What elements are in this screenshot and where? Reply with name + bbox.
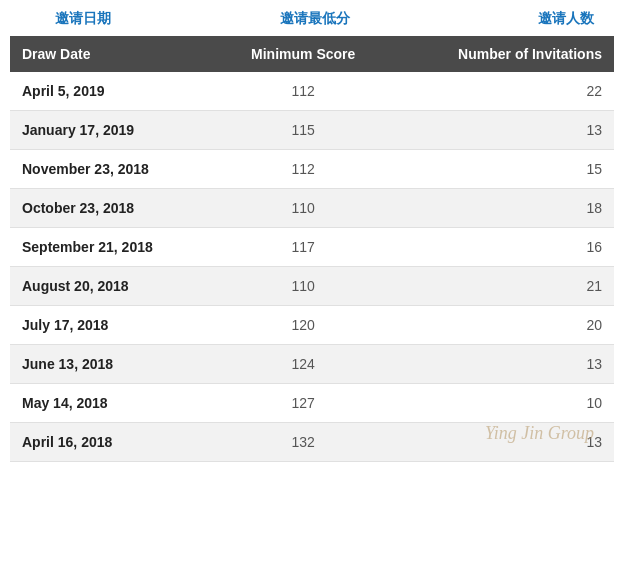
cell-num-invitations: 15	[389, 150, 614, 189]
chinese-date-header: 邀请日期	[0, 10, 210, 28]
cell-draw-date: May 14, 2018	[10, 384, 217, 423]
cell-min-score: 115	[217, 111, 389, 150]
cell-min-score: 110	[217, 189, 389, 228]
chinese-header: 邀请日期 邀请最低分 邀请人数	[0, 0, 624, 36]
cell-min-score: 124	[217, 345, 389, 384]
table-row: May 14, 201812710	[10, 384, 614, 423]
cell-num-invitations: 18	[389, 189, 614, 228]
cell-draw-date: November 23, 2018	[10, 150, 217, 189]
cell-min-score: 112	[217, 72, 389, 111]
cell-num-invitations: 21	[389, 267, 614, 306]
cell-min-score: 120	[217, 306, 389, 345]
cell-num-invitations: 13	[389, 111, 614, 150]
table-header-row: Draw Date Minimum Score Number of Invita…	[10, 36, 614, 72]
cell-num-invitations: 13	[389, 423, 614, 462]
cell-num-invitations: 13	[389, 345, 614, 384]
table-body: April 5, 201911222January 17, 201911513N…	[10, 72, 614, 462]
cell-draw-date: September 21, 2018	[10, 228, 217, 267]
table-row: April 16, 201813213	[10, 423, 614, 462]
cell-min-score: 110	[217, 267, 389, 306]
cell-draw-date: October 23, 2018	[10, 189, 217, 228]
cell-draw-date: July 17, 2018	[10, 306, 217, 345]
cell-min-score: 132	[217, 423, 389, 462]
cell-min-score: 117	[217, 228, 389, 267]
table-row: July 17, 201812020	[10, 306, 614, 345]
data-table-container: Draw Date Minimum Score Number of Invita…	[10, 36, 614, 462]
table-row: April 5, 201911222	[10, 72, 614, 111]
table-row: October 23, 201811018	[10, 189, 614, 228]
cell-draw-date: June 13, 2018	[10, 345, 217, 384]
cell-num-invitations: 16	[389, 228, 614, 267]
table-row: June 13, 201812413	[10, 345, 614, 384]
cell-num-invitations: 10	[389, 384, 614, 423]
page-wrapper: 邀请日期 邀请最低分 邀请人数 Draw Date Minimum Score …	[0, 0, 624, 462]
table-row: August 20, 201811021	[10, 267, 614, 306]
col-header-draw-date: Draw Date	[10, 36, 217, 72]
table-row: January 17, 201911513	[10, 111, 614, 150]
table-row: September 21, 201811716	[10, 228, 614, 267]
chinese-score-header: 邀请最低分	[210, 10, 420, 28]
cell-draw-date: April 5, 2019	[10, 72, 217, 111]
cell-draw-date: April 16, 2018	[10, 423, 217, 462]
col-header-min-score: Minimum Score	[217, 36, 389, 72]
table-row: November 23, 201811215	[10, 150, 614, 189]
cell-min-score: 127	[217, 384, 389, 423]
cell-draw-date: August 20, 2018	[10, 267, 217, 306]
cell-num-invitations: 20	[389, 306, 614, 345]
col-header-num-invitations: Number of Invitations	[389, 36, 614, 72]
draws-table: Draw Date Minimum Score Number of Invita…	[10, 36, 614, 462]
cell-num-invitations: 22	[389, 72, 614, 111]
cell-draw-date: January 17, 2019	[10, 111, 217, 150]
cell-min-score: 112	[217, 150, 389, 189]
chinese-invitations-header: 邀请人数	[420, 10, 624, 28]
